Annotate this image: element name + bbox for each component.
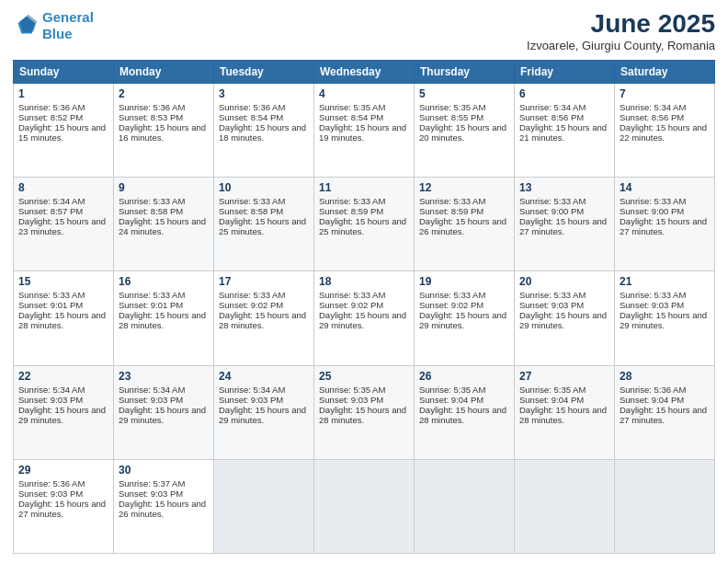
logo: General Blue bbox=[13, 9, 94, 42]
calendar-cell: 6 Sunrise: 5:34 AM Sunset: 8:56 PM Dayli… bbox=[515, 84, 615, 178]
calendar-cell: 25 Sunrise: 5:35 AM Sunset: 9:03 PM Dayl… bbox=[314, 365, 415, 459]
daylight-label: Daylight: 15 hours and 28 minutes. bbox=[319, 405, 406, 425]
sunset-label: Sunset: 9:00 PM bbox=[620, 206, 684, 216]
day-number: 20 bbox=[519, 275, 609, 288]
sunrise-label: Sunrise: 5:35 AM bbox=[319, 385, 385, 395]
daylight-label: Daylight: 15 hours and 22 minutes. bbox=[620, 122, 707, 143]
calendar-week-2: 8 Sunrise: 5:34 AM Sunset: 8:57 PM Dayli… bbox=[14, 178, 715, 271]
daylight-label: Daylight: 15 hours and 29 minutes. bbox=[219, 405, 306, 425]
day-number: 21 bbox=[620, 275, 710, 288]
sunrise-label: Sunrise: 5:33 AM bbox=[319, 290, 385, 300]
sunrise-label: Sunrise: 5:33 AM bbox=[620, 196, 686, 206]
daylight-label: Daylight: 15 hours and 18 minutes. bbox=[219, 122, 306, 143]
daylight-label: Daylight: 15 hours and 26 minutes. bbox=[419, 216, 506, 236]
calendar-cell bbox=[214, 459, 314, 553]
logo-text: General Blue bbox=[42, 9, 94, 42]
daylight-label: Daylight: 15 hours and 28 minutes. bbox=[18, 310, 106, 330]
title-block: June 2025 Izvoarele, Giurgiu County, Rom… bbox=[527, 9, 715, 52]
calendar-cell: 7 Sunrise: 5:34 AM Sunset: 8:56 PM Dayli… bbox=[615, 84, 715, 178]
day-number: 27 bbox=[519, 370, 609, 383]
col-friday: Friday bbox=[515, 61, 615, 84]
daylight-label: Daylight: 15 hours and 29 minutes. bbox=[18, 405, 106, 425]
day-number: 1 bbox=[18, 87, 108, 100]
calendar-cell bbox=[314, 459, 415, 553]
day-number: 26 bbox=[419, 370, 509, 383]
sunset-label: Sunset: 8:54 PM bbox=[219, 112, 283, 122]
daylight-label: Daylight: 15 hours and 29 minutes. bbox=[620, 310, 707, 330]
sunrise-label: Sunrise: 5:33 AM bbox=[519, 290, 586, 300]
day-number: 23 bbox=[119, 370, 209, 383]
daylight-label: Daylight: 15 hours and 27 minutes. bbox=[620, 216, 707, 236]
header: General Blue June 2025 Izvoarele, Giurgi… bbox=[13, 9, 715, 52]
calendar-cell bbox=[415, 459, 515, 553]
day-number: 11 bbox=[319, 181, 409, 194]
sunset-label: Sunset: 8:54 PM bbox=[319, 112, 383, 122]
calendar-cell: 9 Sunrise: 5:33 AM Sunset: 8:58 PM Dayli… bbox=[114, 178, 214, 271]
daylight-label: Daylight: 15 hours and 19 minutes. bbox=[319, 122, 406, 143]
calendar-cell: 12 Sunrise: 5:33 AM Sunset: 8:59 PM Dayl… bbox=[415, 178, 515, 271]
daylight-label: Daylight: 15 hours and 16 minutes. bbox=[119, 122, 206, 143]
sunset-label: Sunset: 8:57 PM bbox=[18, 206, 83, 216]
col-tuesday: Tuesday bbox=[214, 61, 314, 84]
sunset-label: Sunset: 9:03 PM bbox=[519, 300, 584, 310]
sunset-label: Sunset: 8:58 PM bbox=[119, 206, 183, 216]
day-number: 4 bbox=[319, 87, 409, 100]
calendar-table: Sunday Monday Tuesday Wednesday Thursday… bbox=[13, 60, 715, 554]
daylight-label: Daylight: 15 hours and 29 minutes. bbox=[419, 310, 506, 330]
sunset-label: Sunset: 9:04 PM bbox=[620, 395, 684, 405]
col-wednesday: Wednesday bbox=[314, 61, 415, 84]
sunset-label: Sunset: 9:02 PM bbox=[419, 300, 483, 310]
day-number: 13 bbox=[519, 181, 609, 194]
sunrise-label: Sunrise: 5:36 AM bbox=[18, 478, 85, 488]
daylight-label: Daylight: 15 hours and 28 minutes. bbox=[419, 405, 506, 425]
day-number: 25 bbox=[319, 370, 409, 383]
sunrise-label: Sunrise: 5:34 AM bbox=[119, 385, 185, 395]
day-number: 10 bbox=[219, 181, 309, 194]
main-title: June 2025 bbox=[527, 9, 715, 39]
calendar-cell: 1 Sunrise: 5:36 AM Sunset: 8:52 PM Dayli… bbox=[14, 84, 114, 178]
daylight-label: Daylight: 15 hours and 23 minutes. bbox=[18, 216, 106, 236]
sunrise-label: Sunrise: 5:34 AM bbox=[620, 102, 686, 112]
logo-blue: Blue bbox=[42, 26, 94, 42]
sunset-label: Sunset: 8:52 PM bbox=[18, 112, 83, 122]
daylight-label: Daylight: 15 hours and 25 minutes. bbox=[319, 216, 406, 236]
calendar-cell: 4 Sunrise: 5:35 AM Sunset: 8:54 PM Dayli… bbox=[314, 84, 415, 178]
daylight-label: Daylight: 15 hours and 29 minutes. bbox=[519, 310, 607, 330]
sunset-label: Sunset: 9:02 PM bbox=[219, 300, 283, 310]
daylight-label: Daylight: 15 hours and 28 minutes. bbox=[519, 405, 607, 425]
sunset-label: Sunset: 8:59 PM bbox=[419, 206, 483, 216]
calendar-cell: 20 Sunrise: 5:33 AM Sunset: 9:03 PM Dayl… bbox=[515, 271, 615, 365]
calendar-cell: 24 Sunrise: 5:34 AM Sunset: 9:03 PM Dayl… bbox=[214, 365, 314, 459]
calendar-cell: 8 Sunrise: 5:34 AM Sunset: 8:57 PM Dayli… bbox=[14, 178, 114, 271]
day-number: 12 bbox=[419, 181, 509, 194]
sunset-label: Sunset: 9:03 PM bbox=[319, 395, 383, 405]
calendar-cell: 17 Sunrise: 5:33 AM Sunset: 9:02 PM Dayl… bbox=[214, 271, 314, 365]
sunrise-label: Sunrise: 5:34 AM bbox=[18, 385, 85, 395]
sunrise-label: Sunrise: 5:34 AM bbox=[219, 385, 285, 395]
day-number: 30 bbox=[119, 464, 209, 477]
sunrise-label: Sunrise: 5:36 AM bbox=[18, 102, 85, 112]
calendar-cell: 5 Sunrise: 5:35 AM Sunset: 8:55 PM Dayli… bbox=[415, 84, 515, 178]
sunset-label: Sunset: 9:00 PM bbox=[519, 206, 584, 216]
day-number: 15 bbox=[18, 275, 108, 288]
sunset-label: Sunset: 9:04 PM bbox=[419, 395, 483, 405]
calendar-cell: 30 Sunrise: 5:37 AM Sunset: 9:03 PM Dayl… bbox=[114, 459, 214, 553]
sunset-label: Sunset: 9:02 PM bbox=[319, 300, 383, 310]
daylight-label: Daylight: 15 hours and 20 minutes. bbox=[419, 122, 506, 143]
calendar-week-4: 22 Sunrise: 5:34 AM Sunset: 9:03 PM Dayl… bbox=[14, 365, 715, 459]
sunset-label: Sunset: 8:56 PM bbox=[519, 112, 584, 122]
sunset-label: Sunset: 9:03 PM bbox=[219, 395, 283, 405]
calendar-cell bbox=[615, 459, 715, 553]
sunrise-label: Sunrise: 5:33 AM bbox=[219, 196, 285, 206]
calendar-cell bbox=[515, 459, 615, 553]
day-number: 17 bbox=[219, 275, 309, 288]
sunset-label: Sunset: 8:58 PM bbox=[219, 206, 283, 216]
col-sunday: Sunday bbox=[14, 61, 114, 84]
subtitle: Izvoarele, Giurgiu County, Romania bbox=[527, 39, 715, 52]
calendar-cell: 22 Sunrise: 5:34 AM Sunset: 9:03 PM Dayl… bbox=[14, 365, 114, 459]
sunset-label: Sunset: 9:03 PM bbox=[18, 395, 83, 405]
sunrise-label: Sunrise: 5:33 AM bbox=[419, 196, 485, 206]
sunrise-label: Sunrise: 5:34 AM bbox=[18, 196, 85, 206]
day-number: 24 bbox=[219, 370, 309, 383]
svg-marker-1 bbox=[19, 15, 37, 32]
